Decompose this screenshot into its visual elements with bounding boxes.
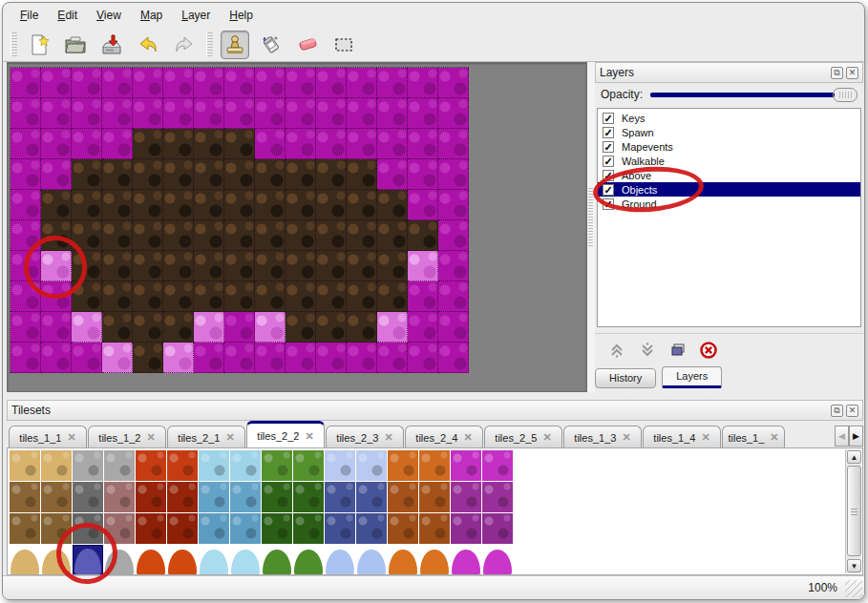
close-tab-icon[interactable]: ✕ (701, 431, 709, 444)
map-tile-4-1[interactable] (133, 98, 163, 129)
map-tile-12-0[interactable] (377, 68, 408, 98)
float-dock-icon[interactable]: ⧉ (831, 67, 843, 79)
map-tile-5-7[interactable] (163, 281, 194, 312)
fill-tool-button[interactable] (257, 31, 286, 59)
map-tile-7-2[interactable] (224, 129, 255, 159)
map-tile-1-4[interactable] (41, 190, 72, 220)
palette-tile-14-3[interactable] (451, 545, 481, 575)
map-tile-3-8[interactable] (102, 312, 133, 343)
palette-tile-2-2[interactable] (73, 513, 103, 544)
map-tile-11-7[interactable] (347, 281, 377, 312)
palette-tile-6-3[interactable] (199, 545, 229, 575)
map-tile-14-7[interactable] (438, 281, 469, 312)
tileset-tab-tiles_1_4[interactable]: tiles_1_4✕ (643, 426, 721, 448)
map-tile-4-5[interactable] (133, 220, 163, 251)
map-tile-6-6[interactable] (194, 251, 224, 281)
map-tile-7-5[interactable] (224, 220, 255, 251)
map-tile-7-9[interactable] (224, 343, 255, 373)
palette-tile-10-0[interactable] (325, 450, 355, 481)
map-tile-0-8[interactable] (11, 312, 41, 343)
palette-tile-3-1[interactable] (104, 482, 135, 512)
scroll-tabs-left-icon[interactable]: ◀ (835, 426, 849, 447)
map-tile-8-8[interactable] (255, 312, 286, 343)
palette-tile-2-1[interactable] (73, 482, 103, 512)
map-tile-5-4[interactable] (163, 190, 194, 220)
scroll-down-icon[interactable]: ▼ (847, 559, 861, 572)
map-tile-4-3[interactable] (133, 159, 163, 190)
float-dock-icon[interactable]: ⧉ (831, 405, 843, 417)
map-tile-12-5[interactable] (377, 220, 408, 251)
map-tile-14-9[interactable] (438, 343, 469, 373)
map-tile-7-8[interactable] (224, 312, 255, 343)
menu-map[interactable]: Map (131, 6, 172, 25)
palette-tile-5-3[interactable] (167, 545, 198, 575)
palette-tile-0-1[interactable] (10, 482, 40, 512)
map-tile-6-4[interactable] (194, 190, 224, 220)
map-tile-3-7[interactable] (102, 281, 133, 312)
layer-visibility-checkbox[interactable]: ✓ (603, 156, 614, 167)
palette-tile-1-0[interactable] (41, 450, 72, 481)
map-tile-12-8[interactable] (377, 312, 408, 343)
palette-tile-14-1[interactable] (451, 482, 481, 512)
palette-tile-3-0[interactable] (104, 450, 135, 481)
menu-help[interactable]: Help (220, 6, 263, 25)
map-tile-12-9[interactable] (377, 343, 408, 373)
map-tile-10-7[interactable] (316, 281, 347, 312)
close-dock-icon[interactable]: ✕ (846, 67, 858, 79)
map-tile-13-2[interactable] (408, 129, 438, 159)
map-tile-4-0[interactable] (133, 68, 163, 98)
palette-tile-1-1[interactable] (41, 482, 72, 512)
palette-tile-15-1[interactable] (482, 482, 513, 512)
map-tile-6-9[interactable] (194, 343, 224, 373)
palette-tile-15-2[interactable] (482, 513, 513, 544)
map-tile-13-0[interactable] (408, 68, 438, 98)
menu-layer[interactable]: Layer (172, 6, 220, 25)
palette-tile-11-0[interactable] (356, 450, 387, 481)
palette-tile-15-3[interactable] (482, 545, 513, 575)
tileset-tab-tiles_2_2[interactable]: tiles_2_2✕ (246, 421, 325, 448)
toolbar-grip[interactable] (11, 32, 17, 57)
map-tile-8-1[interactable] (255, 98, 286, 129)
palette-tile-12-2[interactable] (388, 513, 418, 544)
map-tile-5-3[interactable] (163, 159, 194, 190)
palette-tile-selected[interactable] (73, 545, 103, 575)
opacity-slider-handle[interactable] (833, 88, 857, 102)
resize-grip[interactable] (845, 580, 862, 597)
map-tile-6-1[interactable] (194, 98, 224, 129)
close-tab-icon[interactable]: ✕ (305, 430, 313, 443)
map-tile-6-7[interactable] (194, 281, 224, 312)
close-tab-icon[interactable]: ✕ (67, 431, 75, 444)
close-tab-icon[interactable]: ✕ (384, 431, 392, 444)
map-tile-5-1[interactable] (163, 98, 194, 129)
palette-tile-6-0[interactable] (199, 450, 229, 481)
map-tile-0-3[interactable] (11, 159, 41, 190)
map-tile-6-5[interactable] (194, 220, 224, 251)
map-tile-10-3[interactable] (316, 159, 347, 190)
palette-tile-1-3[interactable] (41, 545, 72, 575)
map-tile-13-6[interactable] (408, 251, 438, 281)
map-tile-13-1[interactable] (408, 98, 438, 129)
map-tile-6-2[interactable] (194, 129, 224, 159)
map-tile-1-7[interactable] (41, 281, 72, 312)
map-tile-6-8[interactable] (194, 312, 224, 343)
map-tile-7-3[interactable] (224, 159, 255, 190)
palette-tile-12-1[interactable] (388, 482, 418, 512)
map-tile-2-1[interactable] (72, 98, 102, 129)
layer-visibility-checkbox[interactable]: ✓ (603, 141, 614, 153)
map-tile-1-8[interactable] (41, 312, 72, 343)
move-layer-down-button[interactable] (635, 339, 660, 362)
map-tile-13-4[interactable] (408, 190, 438, 220)
map-tile-10-9[interactable] (316, 343, 347, 373)
layer-visibility-checkbox[interactable]: ✓ (603, 113, 614, 124)
map-tile-6-0[interactable] (194, 68, 224, 98)
palette-tile-4-3[interactable] (136, 545, 166, 575)
map-tile-7-7[interactable] (224, 281, 255, 312)
close-tab-icon[interactable]: ✕ (146, 431, 155, 444)
map-tile-12-4[interactable] (377, 190, 408, 220)
map-tile-3-6[interactable] (102, 251, 133, 281)
layer-visibility-checkbox[interactable]: ✓ (603, 184, 614, 196)
map-tile-14-5[interactable] (438, 220, 469, 251)
map-tile-0-1[interactable] (11, 98, 41, 129)
dock-tab-layers[interactable]: Layers (662, 366, 722, 388)
map-tile-11-4[interactable] (347, 190, 377, 220)
